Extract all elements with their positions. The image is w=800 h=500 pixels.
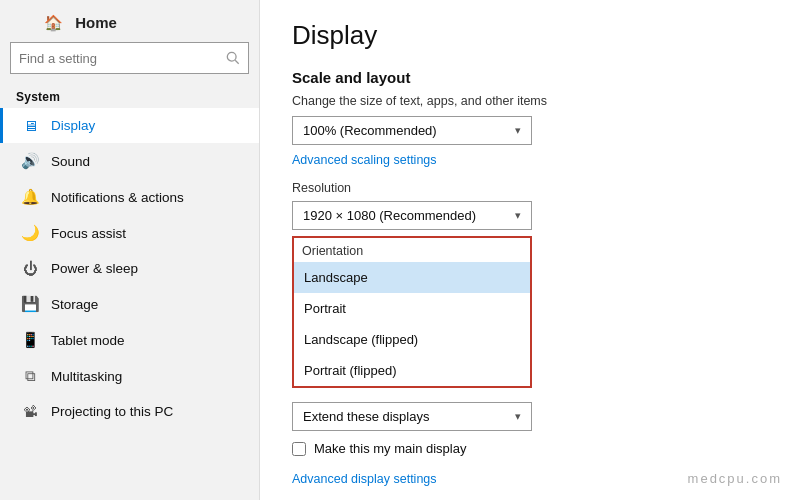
sidebar-item-projecting[interactable]: 📽 Projecting to this PC (0, 394, 259, 429)
sidebar-item-display-label: Display (51, 118, 95, 133)
search-input[interactable] (19, 51, 226, 66)
focus-icon: 🌙 (19, 224, 41, 242)
multiple-displays-value: Extend these displays (303, 409, 429, 424)
notifications-icon: 🔔 (19, 188, 41, 206)
scale-dropdown-chevron: ▾ (515, 124, 521, 137)
display-icon: 🖥 (19, 117, 41, 134)
storage-icon: 💾 (19, 295, 41, 313)
search-box[interactable] (10, 42, 249, 74)
sound-icon: 🔊 (19, 152, 41, 170)
sidebar: 🏠 Home System 🖥 Display 🔊 Sound 🔔 Notifi… (0, 0, 260, 500)
scale-section-desc: Change the size of text, apps, and other… (292, 94, 768, 108)
advanced-scaling-link[interactable]: Advanced scaling settings (292, 153, 437, 167)
main-display-label: Make this my main display (314, 441, 466, 456)
resolution-dropdown-value: 1920 × 1080 (Recommended) (303, 208, 476, 223)
sidebar-item-sound-label: Sound (51, 154, 90, 169)
sidebar-item-sound[interactable]: 🔊 Sound (0, 143, 259, 179)
multitasking-icon: ⧉ (19, 367, 41, 385)
sidebar-item-focus[interactable]: 🌙 Focus assist (0, 215, 259, 251)
scale-dropdown[interactable]: 100% (Recommended) ▾ (292, 116, 532, 145)
tablet-icon: 📱 (19, 331, 41, 349)
advanced-display-link[interactable]: Advanced display settings (292, 472, 437, 486)
main-content: Display Scale and layout Change the size… (260, 0, 800, 500)
home-icon: 🏠 (44, 14, 63, 31)
orientation-option-landscape[interactable]: Landscape (294, 262, 530, 293)
power-icon: ⏻ (19, 260, 41, 277)
home-item[interactable]: 🏠 Home (0, 0, 259, 42)
svg-line-1 (235, 60, 239, 64)
orientation-option-portrait[interactable]: Portrait (294, 293, 530, 324)
multiple-displays-dropdown[interactable]: Extend these displays ▾ (292, 402, 532, 431)
scale-dropdown-value: 100% (Recommended) (303, 123, 437, 138)
projecting-icon: 📽 (19, 403, 41, 420)
sidebar-item-notifications[interactable]: 🔔 Notifications & actions (0, 179, 259, 215)
home-label: Home (75, 14, 117, 31)
search-icon (226, 51, 240, 65)
multiple-displays-chevron: ▾ (515, 410, 521, 423)
scale-section-title: Scale and layout (292, 69, 768, 86)
system-section-label: System (0, 84, 259, 108)
sidebar-item-power-label: Power & sleep (51, 261, 138, 276)
sidebar-item-tablet-label: Tablet mode (51, 333, 125, 348)
resolution-dropdown[interactable]: 1920 × 1080 (Recommended) ▾ (292, 201, 532, 230)
page-title: Display (292, 20, 768, 51)
sidebar-item-display[interactable]: 🖥 Display (0, 108, 259, 143)
orientation-option-landscape-flipped[interactable]: Landscape (flipped) (294, 324, 530, 355)
resolution-label: Resolution (292, 181, 768, 195)
sidebar-item-multitasking-label: Multitasking (51, 369, 122, 384)
sidebar-item-power[interactable]: ⏻ Power & sleep (0, 251, 259, 286)
sidebar-item-focus-label: Focus assist (51, 226, 126, 241)
main-display-checkbox[interactable] (292, 442, 306, 456)
resolution-dropdown-chevron: ▾ (515, 209, 521, 222)
sidebar-item-storage[interactable]: 💾 Storage (0, 286, 259, 322)
sidebar-item-tablet[interactable]: 📱 Tablet mode (0, 322, 259, 358)
sidebar-item-multitasking[interactable]: ⧉ Multitasking (0, 358, 259, 394)
sidebar-item-projecting-label: Projecting to this PC (51, 404, 173, 419)
watermark: medcpu.com (688, 471, 782, 486)
orientation-label: Orientation (294, 238, 530, 262)
orientation-dropdown-open: Orientation Landscape Portrait Landscape… (292, 236, 532, 388)
main-display-row: Make this my main display (292, 441, 768, 456)
orientation-option-portrait-flipped[interactable]: Portrait (flipped) (294, 355, 530, 386)
svg-point-0 (227, 52, 236, 61)
sidebar-item-notifications-label: Notifications & actions (51, 190, 184, 205)
sidebar-item-storage-label: Storage (51, 297, 98, 312)
